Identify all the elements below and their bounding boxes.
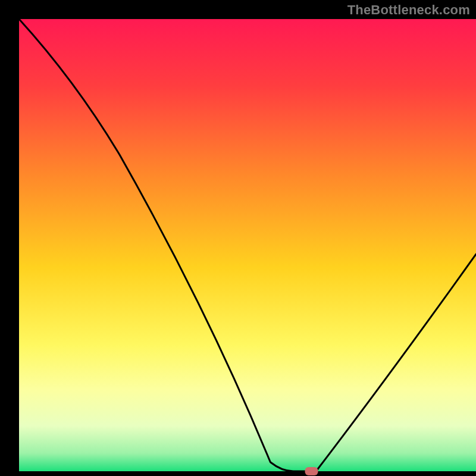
chart-frame: TheBottleneck.com	[0, 0, 476, 476]
attribution-text: TheBottleneck.com	[347, 2, 470, 18]
optimal-marker	[305, 467, 318, 475]
plot-background	[19, 19, 476, 471]
bottleneck-chart	[0, 0, 476, 476]
